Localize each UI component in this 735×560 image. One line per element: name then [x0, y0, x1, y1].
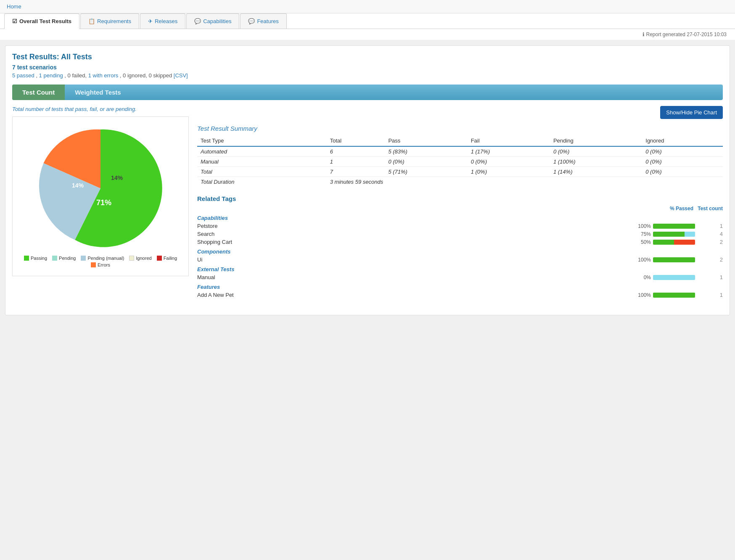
legend-color-errors [91, 262, 96, 267]
pie-description: Total number of tests that pass, fail, o… [12, 106, 189, 112]
tag-bar-track [653, 232, 695, 237]
cell-pass: 0 (0%) [385, 157, 467, 167]
tag-bar-track [653, 293, 695, 298]
tag-row: Shopping Cart 50% 2 [197, 239, 723, 245]
legend-color-passing [24, 256, 29, 261]
show-hide-pie-chart-button[interactable]: Show/Hide Pie Chart [660, 106, 723, 119]
scenario-count: 7 test scenarios [12, 64, 723, 71]
csv-link[interactable]: [CSV] [174, 72, 188, 79]
col-pass: Pass [385, 135, 467, 146]
tag-pct: 100% [636, 257, 651, 263]
tag-bar-track [653, 275, 695, 280]
tag-category: Features [197, 284, 723, 290]
tag-count: 1 [698, 292, 723, 298]
col-ignored: Ignored [642, 135, 723, 146]
bar-pass [653, 240, 674, 245]
tag-name: Ui [197, 256, 630, 263]
chart-section: Total number of tests that pass, fail, o… [12, 106, 723, 300]
info-icon: ℹ [642, 32, 645, 37]
tag-passed-bar: 100% [630, 257, 698, 263]
bar-pass [653, 232, 685, 237]
bar-pass [653, 224, 695, 229]
summary-table-row: Automated 6 5 (83%) 1 (17%) 0 (0%) 0 (0%… [197, 146, 723, 157]
tag-name: Search [197, 231, 630, 237]
tag-category: Components [197, 248, 723, 255]
summary-table-row: Total Duration3 minutes 59 seconds [197, 177, 723, 187]
tags-header: % Passed Test count [197, 206, 723, 211]
legend: Passing Pending Pending (manual) Ignored [21, 256, 180, 267]
checkbox-icon: ☑ [12, 18, 17, 24]
cell-total: 6 [327, 146, 385, 157]
pct-passed-header: % Passed [630, 206, 698, 211]
tag-pct: 50% [636, 239, 651, 245]
pending-link[interactable]: 1 pending [39, 72, 63, 79]
cell-ignored: 0 (0%) [642, 157, 723, 167]
toggle-test-count[interactable]: Test Count [12, 85, 65, 100]
cell-type: Automated [197, 146, 327, 157]
tab-features[interactable]: 💬 Features [240, 13, 286, 29]
tag-category: Capabilities [197, 215, 723, 221]
cell-ignored: 0 (0%) [642, 146, 723, 157]
tag-name: Shopping Cart [197, 239, 630, 245]
home-link[interactable]: Home [7, 3, 21, 10]
summary-section: Show/Hide Pie Chart Test Result Summary … [197, 106, 723, 300]
tag-row: Petstore 100% 1 [197, 223, 723, 229]
scenario-summary: 5 passed , 1 pending , 0 failed, 1 with … [12, 72, 723, 79]
pie-chart-wrapper: 71% 14% 14% Passing Pending [12, 116, 189, 276]
errors-link[interactable]: 1 with errors [88, 72, 119, 79]
legend-passing: Passing [24, 256, 47, 261]
tags-container: Capabilities Petstore 100% 1 Search 75% [197, 215, 723, 298]
tag-passed-bar: 100% [630, 223, 698, 229]
main-content: Test Results: All Tests 7 test scenarios… [5, 45, 730, 315]
cell-total: 7 [327, 167, 385, 177]
cell-pending: 0 (0%) [550, 146, 642, 157]
tag-row: Manual 0% 1 [197, 274, 723, 280]
tag-bar-track [653, 224, 695, 229]
capabilities-icon: 💬 [194, 18, 201, 24]
cell-ignored: 0 (0%) [642, 167, 723, 177]
features-icon: 💬 [248, 18, 255, 24]
cell-fail: 0 (0%) [468, 157, 550, 167]
col-fail: Fail [468, 135, 550, 146]
tab-requirements[interactable]: 📋 Requirements [80, 13, 139, 29]
cell-type: Total Duration [197, 177, 327, 187]
cell-pass: 5 (71%) [385, 167, 467, 177]
pie-container: Total number of tests that pass, fail, o… [12, 106, 189, 300]
tag-passed-bar: 75% [630, 231, 698, 237]
page-title: Test Results: All Tests [12, 53, 723, 61]
related-tags-section: Related Tags % Passed Test count Capabil… [197, 195, 723, 298]
tab-capabilities[interactable]: 💬 Capabilities [186, 13, 239, 29]
tag-pct: 100% [636, 223, 651, 229]
summary-table-row: Manual 1 0 (0%) 0 (0%) 1 (100%) 0 (0%) [197, 157, 723, 167]
cell-fail: 1 (0%) [468, 167, 550, 177]
legend-pending-manual: Pending (manual) [81, 256, 124, 261]
tag-count: 1 [698, 274, 723, 280]
tab-overall[interactable]: ☑ Overall Test Results [4, 13, 79, 29]
bar-fail [674, 240, 695, 245]
cell-total: 1 [327, 157, 385, 167]
toggle-weighted-tests[interactable]: Weighted Tests [65, 85, 131, 100]
tag-count: 1 [698, 223, 723, 229]
pie-chart: 71% 14% 14% [37, 125, 164, 251]
tab-releases[interactable]: ✈ Releases [140, 13, 185, 29]
requirements-icon: 📋 [88, 18, 95, 24]
tag-name: Add A New Pet [197, 292, 630, 298]
legend-errors: Errors [91, 262, 110, 267]
tag-count: 4 [698, 231, 723, 237]
tag-passed-bar: 0% [630, 275, 698, 280]
tag-row: Ui 100% 2 [197, 256, 723, 263]
passed-link[interactable]: 5 passed [12, 72, 34, 79]
legend-color-failing [157, 256, 162, 261]
report-info: ℹ Report generated 27-07-2015 10:03 [0, 29, 735, 40]
cell-type: Manual [197, 157, 327, 167]
bar-pending [653, 275, 695, 280]
summary-table-header-row: Test Type Total Pass Fail Pending Ignore… [197, 135, 723, 146]
legend-color-pending [52, 256, 57, 261]
bar-pass [653, 293, 695, 298]
tag-name: Manual [197, 274, 630, 280]
cell-pending: 1 (100%) [550, 157, 642, 167]
cell-pending: 1 (14%) [550, 167, 642, 177]
col-pending: Pending [550, 135, 642, 146]
tag-pct: 0% [636, 275, 651, 280]
pie-label-14-pending: 14% [111, 174, 123, 181]
